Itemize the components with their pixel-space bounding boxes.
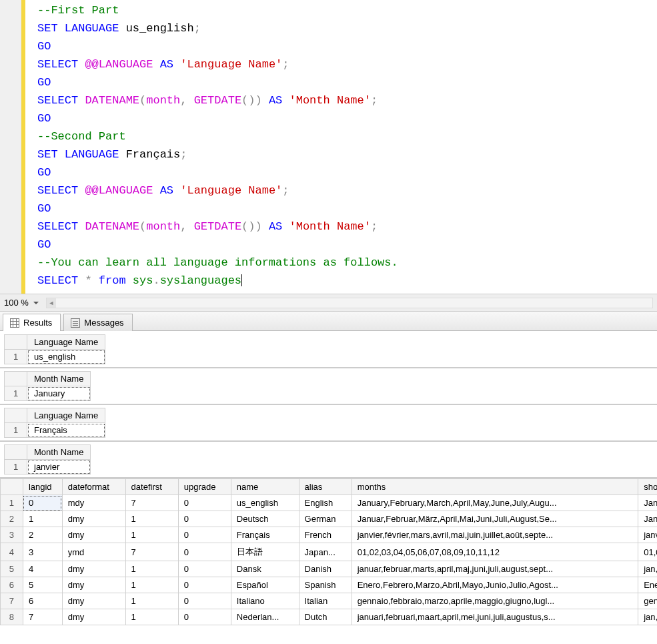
cell-langid[interactable]: 2 (23, 527, 62, 543)
table-row[interactable]: 21dmy10DeutschGermanJanuar,Februar,März,… (1, 511, 658, 527)
cell-value[interactable]: January (27, 386, 91, 401)
cell-alias[interactable]: Danish (299, 561, 352, 577)
column-header[interactable]: Language Name (27, 335, 105, 350)
cell-months[interactable]: 01,02,03,04,05,06,07,08,09,10,11,12 (352, 543, 638, 561)
cell-langid[interactable]: 3 (23, 543, 62, 561)
cell-datefirst[interactable]: 1 (125, 527, 178, 543)
cell-shortmonths[interactable]: Jan,Feb,M (638, 511, 657, 527)
cell-datefirst[interactable]: 1 (125, 511, 178, 527)
cell-alias[interactable]: Japan... (299, 543, 352, 561)
cell-value[interactable]: Français (27, 423, 105, 438)
table-row[interactable]: 10mdy70us_englishEnglishJanuary,February… (1, 495, 658, 511)
cell-name[interactable]: Nederlan... (231, 609, 299, 625)
cell-months[interactable]: Enero,Febrero,Marzo,Abril,Mayo,Junio,Jul… (352, 577, 638, 593)
result-grid-4[interactable]: Month Name 1 janvier (0, 442, 657, 478)
row-number[interactable]: 6 (1, 577, 23, 593)
cell-name[interactable]: Deutsch (231, 511, 299, 527)
corner-cell[interactable] (5, 335, 27, 350)
cell-datefirst[interactable]: 1 (125, 577, 178, 593)
cell-shortmonths[interactable]: janv,févr,m (638, 527, 657, 543)
cell-langid[interactable]: 0 (23, 495, 62, 511)
horizontal-scrollbar[interactable]: ◄ (46, 298, 653, 308)
result-grid-3[interactable]: Language Name 1 Français (0, 405, 657, 442)
column-header[interactable]: name (231, 479, 299, 495)
cell-dateformat[interactable]: dmy (62, 609, 125, 625)
cell-months[interactable]: janvier,février,mars,avril,mai,juin,juil… (352, 527, 638, 543)
table-row[interactable]: 76dmy10ItalianoItaliangennaio,febbraio,m… (1, 593, 658, 609)
cell-dateformat[interactable]: dmy (62, 593, 125, 609)
cell-datefirst[interactable]: 1 (125, 609, 178, 625)
cell-dateformat[interactable]: dmy (62, 527, 125, 543)
table-row[interactable]: 65dmy10EspañolSpanishEnero,Febrero,Marzo… (1, 577, 658, 593)
cell-upgrade[interactable]: 0 (178, 593, 231, 609)
cell-langid[interactable]: 7 (23, 609, 62, 625)
cell-langid[interactable]: 4 (23, 561, 62, 577)
cell-shortmonths[interactable]: 01,02,03,0 (638, 543, 657, 561)
cell-dateformat[interactable]: mdy (62, 495, 125, 511)
row-number[interactable]: 5 (1, 561, 23, 577)
cell-upgrade[interactable]: 0 (178, 511, 231, 527)
cell-dateformat[interactable]: dmy (62, 577, 125, 593)
column-header[interactable]: shortmonth (638, 479, 657, 495)
cell-alias[interactable]: Dutch (299, 609, 352, 625)
column-header[interactable]: datefirst (125, 479, 178, 495)
cell-months[interactable]: januari,februari,maart,april,mei,juni,ju… (352, 609, 638, 625)
cell-datefirst[interactable]: 1 (125, 593, 178, 609)
table-row[interactable]: 43ymd70日本語Japan...01,02,03,04,05,06,07,0… (1, 543, 658, 561)
sql-editor[interactable]: --First Part SET LANGUAGE us_english; GO… (0, 0, 657, 294)
row-number[interactable]: 4 (1, 543, 23, 561)
cell-name[interactable]: us_english (231, 495, 299, 511)
column-header[interactable]: upgrade (178, 479, 231, 495)
column-header[interactable]: months (352, 479, 638, 495)
column-header[interactable]: alias (299, 479, 352, 495)
cell-upgrade[interactable]: 0 (178, 527, 231, 543)
cell-upgrade[interactable]: 0 (178, 609, 231, 625)
column-header[interactable]: langid (23, 479, 62, 495)
table-row[interactable]: 87dmy10Nederlan...Dutchjanuari,februari,… (1, 609, 658, 625)
cell-upgrade[interactable]: 0 (178, 577, 231, 593)
zoom-level[interactable]: 100 % (4, 298, 29, 308)
cell-alias[interactable]: French (299, 527, 352, 543)
row-number[interactable]: 7 (1, 593, 23, 609)
table-row[interactable]: 54dmy10DanskDanishjanuar,februar,marts,a… (1, 561, 658, 577)
cell-upgrade[interactable]: 0 (178, 495, 231, 511)
cell-alias[interactable]: Italian (299, 593, 352, 609)
cell-name[interactable]: Italiano (231, 593, 299, 609)
cell-upgrade[interactable]: 0 (178, 561, 231, 577)
corner-cell[interactable] (5, 372, 27, 386)
result-grid-1[interactable]: Language Name 1 us_english (0, 332, 657, 368)
tab-messages[interactable]: Messages (63, 314, 132, 331)
cell-langid[interactable]: 1 (23, 511, 62, 527)
code-area[interactable]: --First Part SET LANGUAGE us_english; GO… (25, 0, 657, 294)
cell-name[interactable]: Español (231, 577, 299, 593)
cell-upgrade[interactable]: 0 (178, 543, 231, 561)
cell-dateformat[interactable]: dmy (62, 511, 125, 527)
cell-name[interactable]: Français (231, 527, 299, 543)
cell-months[interactable]: januar,februar,marts,april,maj,juni,juli… (352, 561, 638, 577)
result-grid-5[interactable]: langid dateformat datefirst upgrade name… (0, 478, 657, 625)
row-number[interactable]: 8 (1, 609, 23, 625)
zoom-dropdown-icon[interactable] (33, 300, 39, 306)
row-number[interactable]: 1 (5, 423, 27, 438)
column-header[interactable]: dateformat (62, 479, 125, 495)
cell-shortmonths[interactable]: Ene,Feb,M (638, 577, 657, 593)
row-number[interactable]: 3 (1, 527, 23, 543)
cell-langid[interactable]: 5 (23, 577, 62, 593)
cell-langid[interactable]: 6 (23, 593, 62, 609)
cell-months[interactable]: Januar,Februar,März,April,Mai,Juni,Juli,… (352, 511, 638, 527)
column-header[interactable]: Month Name (27, 445, 91, 460)
cell-shortmonths[interactable]: jan,feb,ma (638, 561, 657, 577)
column-header[interactable]: Language Name (27, 408, 105, 423)
cell-alias[interactable]: German (299, 511, 352, 527)
row-number[interactable]: 1 (5, 386, 27, 401)
cell-datefirst[interactable]: 1 (125, 561, 178, 577)
cell-name[interactable]: 日本語 (231, 543, 299, 561)
cell-datefirst[interactable]: 7 (125, 495, 178, 511)
corner-cell[interactable] (1, 479, 23, 495)
corner-cell[interactable] (5, 445, 27, 460)
row-number[interactable]: 2 (1, 511, 23, 527)
cell-shortmonths[interactable]: Jan,Feb,M (638, 495, 657, 511)
corner-cell[interactable] (5, 408, 27, 423)
column-header[interactable]: Month Name (27, 372, 91, 386)
table-row[interactable]: 32dmy10FrançaisFrenchjanvier,février,mar… (1, 527, 658, 543)
